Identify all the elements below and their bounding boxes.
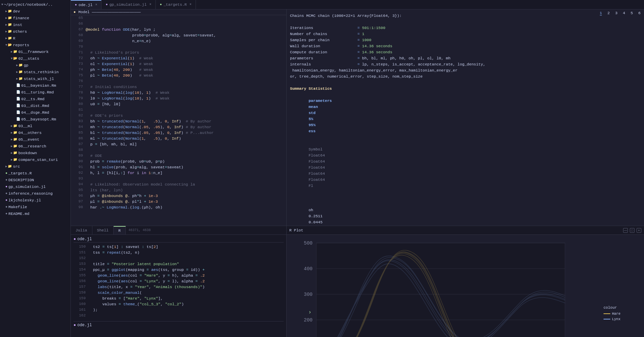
page-navigation: 1 2 3 4 5 6 [600, 11, 641, 16]
code-line: 160 values = theme_("col_5_3", "col_2") [74, 301, 284, 307]
sidebar-item-finance[interactable]: ▶ 📁 finance [0, 15, 70, 22]
page-5[interactable]: 5 [631, 11, 633, 16]
sidebar-item-inst[interactable]: ▶ 📁 inst [0, 22, 70, 28]
mcmc-internals: internals= lp, n_steps, is_accept, accep… [290, 61, 641, 67]
folder-icon: 📁 [19, 69, 23, 75]
close-icon[interactable]: × [149, 3, 151, 6]
sidebar-item-rethinkin[interactable]: ▶ 📁 stats_rethinkin [0, 69, 70, 76]
page-3[interactable]: 3 [615, 11, 617, 16]
page-6[interactable]: 6 [638, 11, 641, 16]
sidebar-item-dsge[interactable]: 📄 04__dsge.Rmd [0, 109, 70, 116]
sidebar-item-event[interactable]: ▶ 📁 05__event [0, 136, 70, 143]
plot-top: 500 400 300 200 100 0 0 5 10 15 20 [287, 235, 644, 337]
code-line: 86 ml ~ truncated(Normal(1, .5), 0, Inf) [71, 136, 286, 141]
sidebar-item-stats[interactable]: ▼ 📂 02__stats [0, 55, 70, 62]
sidebar-label-R: R [13, 35, 15, 41]
legend-lynx-label: Lynx [612, 317, 620, 321]
code-line: 82 # ODE's priors [71, 113, 286, 118]
sidebar-label-dev: dev [13, 8, 20, 15]
sidebar-label-targets: _targets.R [8, 170, 32, 176]
sidebar-item-stats-jl[interactable]: ▶ 📁 stats_with_jl [0, 76, 70, 82]
plots-container: 500 400 300 200 100 0 0 5 10 15 20 [287, 235, 644, 337]
sidebar-label-bookdown: bookdown [18, 150, 37, 156]
code-editor[interactable]: ● Model —————————————————————— 65 66 67@… [71, 9, 287, 226]
mcmc-empty3 [290, 195, 641, 201]
tab-targets[interactable]: ● _targets.R × [156, 0, 196, 9]
folder-icon: 📁 [8, 164, 12, 170]
code-line: 77 # Initial conditions [71, 84, 286, 90]
sidebar-item-description[interactable]: ● DESCRIPTION [0, 177, 70, 184]
legend-hare-label: Hare [612, 312, 620, 316]
tab-shell-label: Shell [97, 228, 109, 232]
sidebar-item-bayesopt[interactable]: 📄 05__bayesopt.Rm [0, 116, 70, 123]
sidebar-label-event: 05__event [18, 137, 39, 143]
sidebar-item-R[interactable]: ▶ 📁 R [0, 35, 70, 42]
sidebar-item-inference[interactable]: ● inference_reasoning [0, 190, 70, 197]
tab-ode-jl[interactable]: ● ode.jl × [71, 0, 101, 9]
rmd-icon: 📄 [16, 116, 20, 122]
tab-label-targets: _targets.R [164, 2, 187, 7]
sidebar-item-others[interactable]: ▶ 📁 others [0, 28, 70, 35]
sidebar-item-research[interactable]: ▶ 📁 06__research [0, 143, 70, 150]
code-line: 87 p = [bh, mh, bl, ml] [71, 141, 286, 147]
console-content[interactable]: ● ode.jl 150 ts2 = ts[1] : saveat : ts[2… [71, 235, 286, 337]
page-4[interactable]: 4 [623, 11, 625, 16]
folder-icon: 📁 [8, 29, 12, 35]
sidebar-label-stats: 02__stats [18, 56, 39, 62]
tab-gpsim[interactable]: ● gp_simulation.jl × [101, 0, 155, 9]
sidebar-item-reports[interactable]: ▼ 📂 reports [0, 42, 70, 49]
code-line: 162 [74, 313, 284, 318]
file-icon: ● [5, 177, 7, 183]
code-line: 85 bl ~ truncated(Normal(.05, .05), 0, I… [71, 130, 286, 136]
sidebar-item-compare[interactable]: ▶ 📁 compare_stan_turi [0, 157, 70, 163]
sidebar-label-makefile: Makefile [8, 204, 27, 210]
sidebar-item-lkj[interactable]: ● lkjcholesky.jl [0, 197, 70, 204]
sidebar-item-bayesian[interactable]: 📄 01__bayesian.Rm [0, 82, 70, 89]
code-line: 90 prob = remake(prob0, u0=u0, p=p) [71, 159, 286, 164]
sidebar-label-others2: 04__others [18, 130, 41, 136]
sidebar-item-targets[interactable]: ● _targets.R [0, 170, 70, 177]
close-icon[interactable]: × [95, 3, 97, 7]
sidebar-item-turing[interactable]: 📄 01__turing.Rmd [0, 89, 70, 96]
tab-shell[interactable]: Shell [92, 226, 114, 234]
sidebar-item-bookdown[interactable]: ▶ 📁 bookdown [0, 150, 70, 157]
sidebar-item-readme[interactable]: ● README.md [0, 210, 70, 217]
tab-r[interactable]: R [114, 226, 126, 234]
mcmc-row-oh: oh 0.2511 0.0445 0.1886 0.3278 709.6497 … [290, 201, 641, 226]
sidebar-item-makefile[interactable]: ● Makefile [0, 204, 70, 210]
mcmc-col-headers: parameters mean std 5% 95% ess [290, 92, 641, 140]
folder-icon: 📁 [8, 15, 12, 21]
sidebar-item-others2[interactable]: ▶ 📁 04__others [0, 130, 70, 136]
sidebar-item-ts[interactable]: 📄 02__ts.Rmd [0, 96, 70, 103]
sidebar-root[interactable]: ▼ ~/project/notebook/.. [0, 1, 70, 8]
sidebar-item-src[interactable]: ▶ 📁 src [0, 163, 70, 170]
code-line: 155 geom_line(aes(col = "Hare", y = h), … [74, 273, 284, 278]
close-plot-button[interactable]: × [637, 228, 641, 233]
page-2[interactable]: 2 [607, 11, 610, 16]
code-line: 74 ph ~ Beta(40, 200) # Weak [71, 67, 286, 73]
sidebar-item-dist[interactable]: 📄 03__dist.Rmd [0, 103, 70, 109]
sidebar-label-compare: compare_stan_turi [18, 157, 58, 163]
page-1[interactable]: 1 [600, 11, 602, 16]
sidebar-item-ml[interactable]: ▶ 📁 03__ml [0, 123, 70, 130]
tab-julia[interactable]: Julia [71, 226, 92, 234]
code-line: 76 [71, 78, 286, 84]
mcmc-internals2: hamiltonian_energy, hamiltonian_energy_e… [290, 67, 641, 74]
code-line: 156 geom_line(aes(col = "Lynx", y = l), … [74, 278, 284, 284]
bottom-file-label: ode.jl [77, 237, 92, 242]
minimize-button[interactable]: — [623, 228, 628, 233]
sidebar-item-gp[interactable]: ▶ 📁 gp [0, 62, 70, 69]
legend-lynx: Lynx [604, 317, 641, 321]
sidebar-item-gpsim[interactable]: ● gp_simulation.jl [0, 184, 70, 190]
rmd-icon: 📄 [16, 110, 20, 116]
file-icon: ● [5, 204, 7, 210]
sidebar-item-dev[interactable]: ▶ 📁 dev [0, 8, 70, 15]
sidebar-label-reports: reports [13, 42, 29, 48]
code-line: 93 [71, 176, 286, 181]
sidebar-item-framework[interactable]: ▶ 📁 01__framework [0, 49, 70, 55]
maximize-button[interactable]: □ [630, 228, 635, 233]
sidebar-label-rethinkin: stats_rethinkin [24, 69, 59, 75]
close-icon[interactable]: × [189, 3, 192, 6]
sidebar-label-dsge: 04__dsge.Rmd [21, 110, 49, 116]
plot-title: R Plot [289, 228, 303, 232]
